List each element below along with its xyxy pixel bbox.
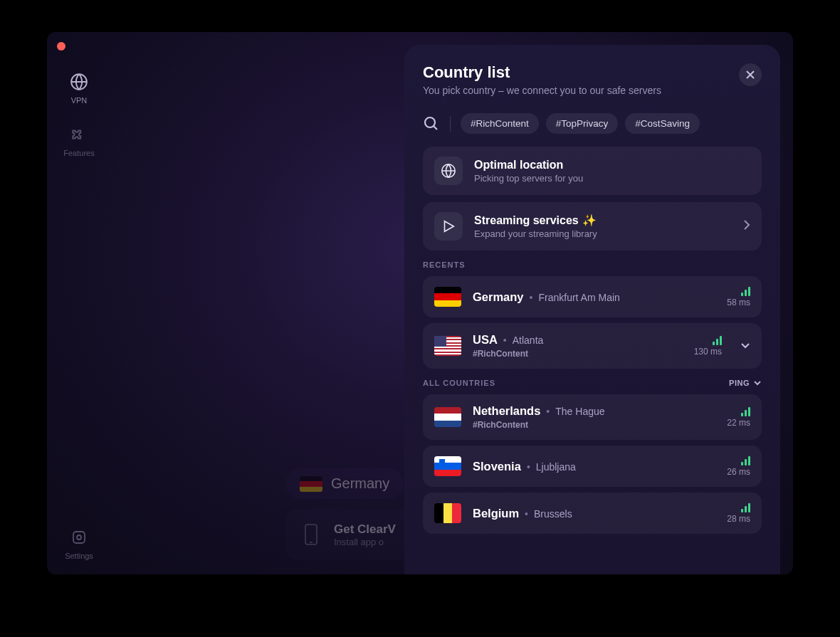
sidebar-item-label: Features — [63, 149, 94, 157]
signal-icon — [741, 286, 750, 296]
filter-tag-richcontent[interactable]: #RichContent — [461, 113, 539, 134]
ping-value: 28 ms — [727, 514, 750, 524]
signal-icon — [713, 335, 722, 345]
app-window: VPN Features Settings Germany — [47, 32, 793, 574]
recents-label: RECENTS — [423, 260, 466, 269]
divider — [450, 116, 451, 132]
filter-tag-costsaving[interactable]: #CostSaving — [625, 113, 700, 134]
close-panel-button[interactable] — [739, 63, 762, 86]
country-tag: #RichContent — [473, 349, 683, 359]
country-city: Brussels — [534, 508, 572, 520]
promo-subtitle: Install app o — [334, 537, 396, 547]
phone-icon — [298, 522, 324, 547]
play-icon — [434, 212, 463, 241]
globe-icon — [69, 72, 89, 92]
ping-sort-button[interactable]: PING — [729, 379, 762, 387]
panel-subtitle: You pick country – we connect you to our… — [423, 85, 661, 96]
country-list-panel: Country list You pick country – we conne… — [404, 45, 780, 574]
sidebar-item-features[interactable]: Features — [63, 125, 94, 157]
recent-country-item[interactable]: Germany•Frankfurt Am Main58 ms — [423, 276, 762, 317]
option-subtitle: Picking top servers for you — [474, 173, 583, 184]
settings-icon — [69, 527, 89, 547]
us-flag-icon — [434, 336, 461, 356]
puzzle-icon — [69, 125, 89, 144]
optimal-location-option[interactable]: Optimal location Picking top servers for… — [423, 147, 762, 195]
sidebar-item-label: Settings — [65, 552, 93, 560]
country-item[interactable]: Slovenia•Ljubljana26 ms — [423, 446, 762, 487]
svg-rect-1 — [73, 532, 85, 543]
signal-icon — [741, 456, 750, 465]
globe-icon — [434, 157, 463, 185]
sidebar-item-label: VPN — [71, 96, 88, 105]
si-flag-icon — [434, 456, 461, 476]
chevron-right-icon — [743, 219, 750, 233]
all-countries-label: ALL COUNTRIES — [423, 379, 495, 387]
svg-marker-8 — [445, 221, 454, 232]
option-title: Streaming services ✨ — [474, 214, 597, 227]
filter-tag-topprivacy[interactable]: #TopPrivacy — [546, 113, 619, 134]
svg-point-5 — [425, 117, 435, 127]
current-country-label: Germany — [331, 475, 389, 492]
search-button[interactable] — [423, 115, 440, 132]
svg-point-2 — [77, 535, 81, 539]
ping-value: 130 ms — [694, 347, 722, 357]
country-name: USA — [473, 333, 498, 347]
signal-icon — [741, 406, 750, 416]
recent-country-item[interactable]: USA•Atlanta#RichContent130 ms — [423, 323, 762, 369]
search-row: #RichContent #TopPrivacy #CostSaving — [423, 113, 762, 134]
search-icon — [423, 115, 440, 132]
country-name: Belgium — [473, 507, 519, 520]
nl-flag-icon — [434, 407, 461, 427]
promo-title: Get ClearV — [334, 522, 396, 537]
de-flag-icon — [434, 287, 461, 307]
current-country-badge: Germany — [285, 468, 404, 499]
country-name: Netherlands — [473, 404, 540, 418]
country-city: Ljubljana — [536, 461, 576, 473]
option-subtitle: Expand your streaming library — [474, 228, 597, 239]
be-flag-icon — [434, 503, 461, 523]
country-city: Atlanta — [513, 335, 544, 346]
ping-value: 26 ms — [727, 467, 750, 477]
svg-line-6 — [434, 126, 437, 130]
sidebar-item-settings[interactable]: Settings — [65, 527, 93, 560]
chevron-down-icon — [753, 379, 762, 386]
country-city: Frankfurt Am Main — [538, 292, 619, 303]
sidebar-item-vpn[interactable]: VPN — [69, 72, 89, 105]
country-name: Slovenia — [473, 460, 521, 473]
country-name: Germany — [473, 290, 524, 304]
panel-title: Country list — [423, 63, 661, 82]
sidebar: VPN Features Settings — [47, 32, 111, 574]
germany-flag-icon — [300, 476, 322, 492]
option-title: Optimal location — [474, 159, 583, 172]
sparkle-icon: ✨ — [582, 214, 597, 227]
country-item[interactable]: Netherlands•The Hague#RichContent22 ms — [423, 394, 762, 440]
svg-rect-3 — [305, 525, 317, 544]
chevron-down-icon[interactable] — [740, 342, 750, 349]
ping-value: 58 ms — [727, 298, 750, 307]
country-tag: #RichContent — [473, 420, 715, 430]
streaming-services-option[interactable]: Streaming services ✨ Expand your streami… — [423, 202, 762, 251]
country-city: The Hague — [555, 406, 604, 417]
country-item[interactable]: Belgium•Brussels28 ms — [423, 493, 762, 534]
close-icon — [745, 70, 755, 80]
ping-value: 22 ms — [727, 418, 750, 428]
signal-icon — [741, 502, 750, 512]
ping-sort-label: PING — [729, 379, 750, 387]
